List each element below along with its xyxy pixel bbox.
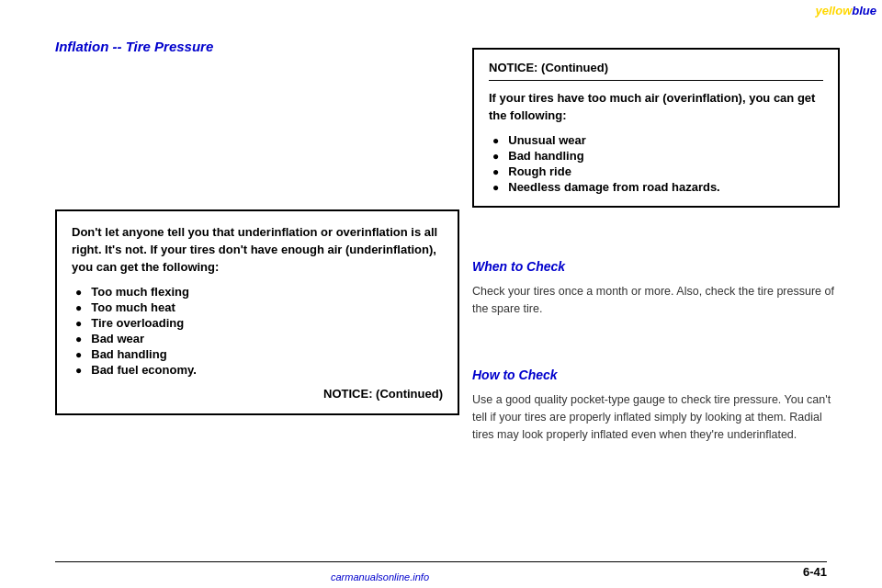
list-item-too-much-heat: Too much heat — [75, 300, 443, 315]
notice-right-intro: If your tires have too much air (overinf… — [489, 90, 823, 125]
watermark: carmanualsonline.info — [331, 571, 429, 582]
when-to-check-body: Check your tires once a month or more. A… — [472, 283, 840, 318]
list-item-tire-overloading: Tire overloading — [75, 315, 443, 331]
list-item-unusual-wear: Unusual wear — [492, 132, 823, 148]
notice-box-right: NOTICE: (Continued) If your tires have t… — [472, 48, 840, 208]
notice-left-list: Too much flexing Too much heat Tire over… — [72, 284, 443, 378]
list-item-rough-ride: Rough ride — [492, 164, 823, 179]
brand-yellow: yellow — [816, 4, 853, 17]
how-to-check-heading: How to Check — [472, 368, 558, 382]
brand-banner: yellow blue — [772, 0, 882, 20]
bottom-divider — [55, 561, 827, 562]
list-item-bad-fuel: Bad fuel economy. — [75, 362, 443, 378]
how-to-check-body: Use a good quality pocket-type gauge to … — [472, 391, 840, 443]
notice-box-left: Don't let anyone tell you that underinfl… — [55, 209, 459, 415]
page-number: 6-41 — [803, 565, 827, 579]
list-item-bad-wear: Bad wear — [75, 331, 443, 346]
list-item-too-much-flexing: Too much flexing — [75, 284, 443, 300]
list-item-needless-damage: Needless damage from road hazards. — [492, 179, 823, 195]
notice-right-list: Unusual wear Bad handling Rough ride Nee… — [489, 132, 823, 195]
brand-blue: blue — [852, 4, 876, 17]
page-title: Inflation -- Tire Pressure — [55, 39, 213, 54]
list-item-bad-handling-left: Bad handling — [75, 346, 443, 362]
notice-left-continued: NOTICE: (Continued) — [72, 387, 443, 401]
when-to-check-heading: When to Check — [472, 259, 565, 274]
notice-right-header: NOTICE: (Continued) — [489, 61, 823, 81]
list-item-bad-handling: Bad handling — [492, 148, 823, 164]
notice-left-intro: Don't let anyone tell you that underinfl… — [72, 224, 443, 277]
